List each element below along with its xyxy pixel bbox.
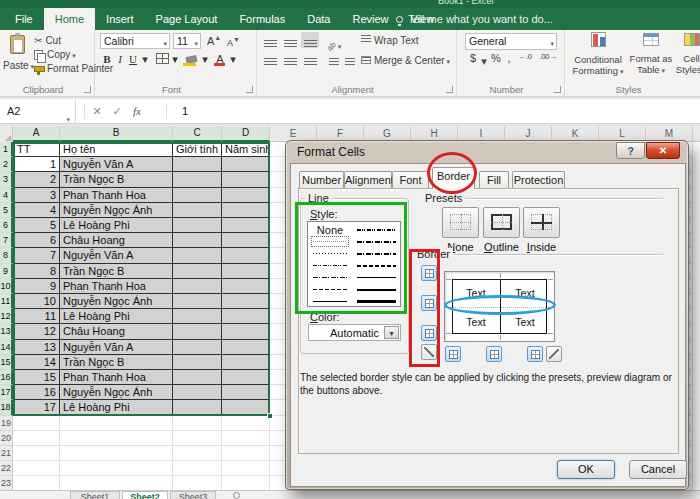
cell-D7[interactable] [222,233,270,248]
top-border-button[interactable] [421,265,437,281]
row-header-21[interactable]: 21 [0,446,13,461]
line-style-medium-solid[interactable] [355,284,398,296]
cell-C15[interactable] [173,355,222,370]
copy-button[interactable]: Copy▾ [34,48,76,62]
cell-D8[interactable] [222,248,270,263]
cell-D10[interactable] [222,279,270,294]
cell-A11[interactable]: 10 [13,294,60,309]
cell-A19[interactable] [13,416,60,431]
formula-input[interactable]: 1 [172,99,700,123]
cell-A13[interactable]: 12 [13,324,60,339]
cell-C7[interactable] [173,233,222,248]
cell-C10[interactable] [173,279,222,294]
cut-button[interactable]: ✂Cut [34,34,61,48]
row-header-11[interactable]: 11 [0,294,13,309]
line-style-thick[interactable] [355,296,398,308]
font-dialog-launcher-icon[interactable] [246,86,253,93]
row-header-16[interactable]: 16 [0,370,13,385]
cell-A8[interactable]: 7 [13,248,60,263]
cancel-formula-button[interactable]: ✕ [88,99,106,123]
row-header-22[interactable]: 22 [0,461,13,476]
insert-function-button[interactable]: fx [128,99,146,123]
cell-B21[interactable] [60,446,173,461]
cell-B9[interactable]: Trần Ngọc B [60,264,173,279]
dialog-help-button[interactable]: ? [616,142,645,159]
cell-B6[interactable]: Lê Hoàng Phi [60,218,173,233]
cell-B13[interactable]: Châu Hoang [60,324,173,339]
cell-B10[interactable]: Phan Thanh Hoa [60,279,173,294]
cell-C16[interactable] [173,370,222,385]
cell-C8[interactable] [173,248,222,263]
row-header-18[interactable]: 18 [0,400,13,415]
decrease-decimal-button[interactable]: .00→ [537,52,559,61]
dialog-tab-font[interactable]: Font [392,171,429,189]
center-button[interactable] [281,50,299,66]
middle-vertical-border-button[interactable] [486,346,502,362]
cell-A16[interactable]: 15 [13,370,60,385]
preset-outline-button[interactable] [483,207,520,238]
percent-style-button[interactable]: % [490,52,502,64]
row-header-17[interactable]: 17 [0,385,13,400]
font-color-button[interactable]: A [213,51,227,67]
cell-D6[interactable] [222,218,270,233]
cell-A6[interactable]: 5 [13,218,60,233]
cell-D16[interactable] [222,370,270,385]
ribbon-tab-home[interactable]: Home [44,8,95,30]
enter-formula-button[interactable]: ✓ [108,99,126,123]
dialog-tab-alignment[interactable]: Alignment [344,171,392,189]
cell-C11[interactable] [173,294,222,309]
row-header-12[interactable]: 12 [0,309,13,324]
cell-styles-button[interactable]: Cell Styles▾ [675,32,700,76]
row-header-1[interactable]: 1 [0,142,13,157]
left-border-button[interactable] [445,346,461,362]
cell-A21[interactable] [13,446,60,461]
preset-none-button[interactable] [442,207,479,238]
cell-D3[interactable] [222,172,270,187]
line-style-dotted[interactable] [311,248,349,260]
preset-inside-button[interactable] [523,207,560,238]
cell-C2[interactable] [173,157,222,172]
right-border-button[interactable] [527,346,543,362]
align-left-button[interactable] [261,50,279,66]
cell-D22[interactable] [222,461,270,476]
font-name-combo[interactable]: Calibri▾ [100,33,170,49]
cell-B23[interactable] [60,476,173,490]
row-header-4[interactable]: 4 [0,188,13,203]
cell-A12[interactable]: 11 [13,309,60,324]
line-style-thin[interactable] [311,296,349,308]
cell-B16[interactable]: Phan Thanh Hoa [60,370,173,385]
line-style-hair[interactable] [311,236,349,248]
cell-A10[interactable]: 9 [13,279,60,294]
cell-B12[interactable]: Lê Hoàng Phi [60,309,173,324]
cell-D9[interactable] [222,264,270,279]
row-header-2[interactable]: 2 [0,157,13,172]
cell-B17[interactable]: Nguyễn Ngọc Ánh [60,385,173,400]
cell-D18[interactable] [222,400,270,415]
font-color-dropdown-icon[interactable]: ▾ [229,51,237,67]
color-dropdown[interactable]: Automatic ▼ [308,324,401,341]
ribbon-tab-file[interactable]: File [4,8,44,30]
cell-D23[interactable] [222,476,270,490]
sheet-tab-sheet3[interactable]: Sheet3 [170,491,216,499]
cell-D12[interactable] [222,309,270,324]
cell-B19[interactable] [60,416,173,431]
borders-button[interactable] [153,51,171,67]
cell-C18[interactable] [173,400,222,415]
bottom-border-button[interactable] [421,325,437,341]
ribbon-tab-data[interactable]: Data [296,8,341,30]
cell-A22[interactable] [13,461,60,476]
cell-B3[interactable]: Trần Ngọc B [60,172,173,187]
dialog-tab-protection[interactable]: Protection [512,171,565,189]
line-style-listbox[interactable]: None [307,221,401,307]
italic-button[interactable]: I [115,51,125,67]
cell-A2[interactable]: 1 [13,157,60,172]
name-box[interactable]: A2▾ [0,99,76,123]
fill-color-dropdown-icon[interactable]: ▾ [201,51,209,67]
cell-C3[interactable] [173,172,222,187]
orientation-button[interactable]: ab▾ [325,32,343,48]
cell-C9[interactable] [173,264,222,279]
cell-C6[interactable] [173,218,222,233]
cell-C1[interactable]: Giới tính [173,142,222,157]
column-header-b[interactable]: B [60,126,173,142]
cell-C20[interactable] [173,431,222,446]
